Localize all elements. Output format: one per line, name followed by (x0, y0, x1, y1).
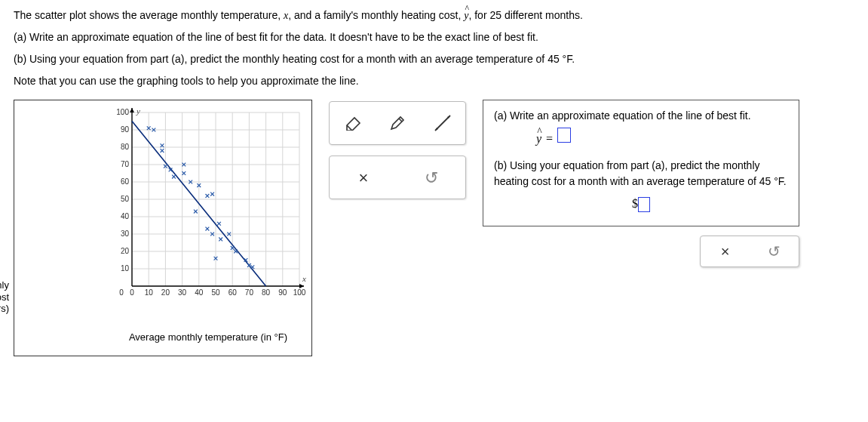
cost-input[interactable] (638, 197, 650, 212)
clear-button[interactable]: × (348, 162, 379, 193)
svg-text:10: 10 (145, 288, 154, 297)
dollar-sign: $ (632, 197, 638, 210)
intro-post: , for 25 different months. (468, 9, 583, 21)
undo-button[interactable]: ↺ (416, 162, 446, 193)
answer-undo-button[interactable]: ↺ (759, 236, 790, 266)
close-icon: × (359, 165, 369, 190)
undo-icon: ↺ (768, 240, 781, 263)
answer-b-pre: (b) Using your equation from part (a), p… (494, 159, 760, 186)
svg-text:70: 70 (121, 160, 130, 168)
answer-actions: × ↺ (700, 236, 799, 267)
svg-text:10: 10 (121, 264, 130, 273)
svg-text:60: 60 (229, 288, 238, 297)
svg-text:80: 80 (121, 143, 130, 151)
answer-b-temp: 45 °F (759, 175, 784, 187)
close-icon: × (721, 240, 730, 263)
part-a-text: (a) Write an approximate equation of the… (14, 29, 854, 45)
part-b-text: (b) Using your equation from part (a), p… (14, 51, 854, 67)
y-hat-var: y (464, 8, 468, 23)
part-b-pre: (b) Using your equation from part (a), p… (14, 53, 547, 65)
answer-b: (b) Using your equation from part (a), p… (494, 158, 788, 212)
tool-row-draw (329, 101, 466, 145)
y-hat-answer: y (536, 130, 541, 147)
ylabel-line-2: (in dollars) (0, 303, 9, 315)
ylabel-line-0: Monthly (0, 279, 9, 291)
answer-b-post: . (784, 175, 787, 187)
answer-a-equation: y = (494, 128, 788, 147)
pencil-tool[interactable] (382, 108, 413, 138)
svg-marker-23 (130, 108, 134, 112)
tool-row-edit: × ↺ (329, 156, 466, 199)
x-axis-label: Average monthly temperature (in °F) (19, 330, 307, 345)
svg-text:80: 80 (262, 288, 271, 297)
svg-text:20: 20 (161, 288, 170, 297)
svg-text:90: 90 (121, 125, 130, 134)
answer-clear-button[interactable]: × (710, 236, 741, 266)
equation-input[interactable] (557, 128, 571, 143)
part-b-temp: 45 °F (547, 53, 572, 65)
answer-a-prompt: (a) Write an approximate equation of the… (494, 108, 788, 123)
svg-text:100: 100 (293, 288, 306, 297)
svg-text:100: 100 (116, 108, 129, 116)
svg-text:y: y (136, 106, 140, 116)
intro-line: The scatter plot shows the average month… (14, 8, 854, 23)
intro-pre: The scatter plot shows the average month… (14, 9, 284, 21)
svg-text:x: x (302, 274, 306, 283)
undo-icon: ↺ (425, 165, 438, 190)
ylabel-line-1: heating cost (0, 291, 9, 303)
svg-text:90: 90 (278, 288, 287, 297)
line-tool[interactable] (428, 108, 458, 138)
graphing-toolbar: × ↺ (329, 101, 466, 199)
svg-text:30: 30 (178, 288, 187, 297)
answer-a: (a) Write an approximate equation of the… (494, 108, 788, 147)
svg-text:30: 30 (121, 229, 130, 238)
svg-text:0: 0 (130, 288, 134, 297)
answer-box: (a) Write an approximate equation of the… (483, 100, 799, 226)
scatter-plot[interactable]: 0102030405060708090100102030405060708090… (111, 105, 307, 309)
note-text: Note that you can use the graphing tools… (14, 73, 854, 89)
svg-text:20: 20 (121, 247, 130, 255)
eq-sign: = (546, 130, 553, 147)
intro-mid: , and a family's monthly heating cost, (288, 9, 464, 21)
svg-text:70: 70 (245, 288, 254, 297)
svg-text:60: 60 (121, 177, 130, 186)
svg-text:40: 40 (195, 288, 204, 297)
svg-text:50: 50 (121, 195, 130, 203)
eraser-tool[interactable] (337, 108, 367, 138)
svg-text:0: 0 (119, 288, 124, 297)
svg-text:40: 40 (121, 212, 130, 220)
svg-text:50: 50 (211, 288, 220, 297)
part-b-post: . (572, 53, 575, 65)
chart-panel: Monthly heating cost (in dollars) 010203… (14, 100, 312, 356)
